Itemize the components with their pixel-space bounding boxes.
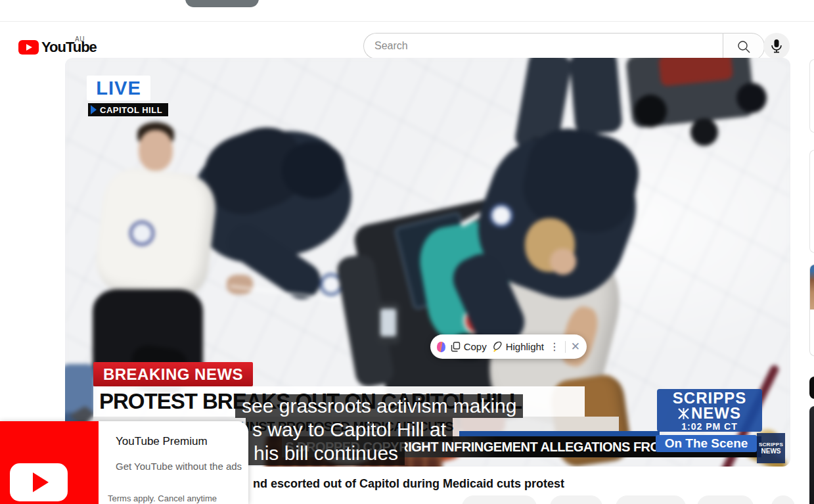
premium-popup-subtitle: Get YouTube without the ads bbox=[116, 461, 242, 472]
more-options-icon[interactable]: ⋮ bbox=[549, 344, 560, 350]
white-shirt-officer bbox=[92, 164, 219, 304]
selection-toolbar: Copy Highlight ⋮ ✕ bbox=[430, 334, 587, 359]
gurney-wheel bbox=[690, 118, 718, 146]
live-badge: LIVE bbox=[87, 76, 150, 101]
share-button[interactable] bbox=[550, 495, 602, 504]
browser-tab-pill[interactable] bbox=[185, 0, 259, 7]
caption-line[interactable]: s way to Capitol Hill at bbox=[246, 418, 453, 442]
premium-popup-body: YouTube Premium Get YouTube without the … bbox=[99, 421, 248, 504]
youtube-play-logo bbox=[10, 463, 68, 501]
youtube-logo-text: YouTube bbox=[41, 39, 97, 56]
assistant-brain-icon[interactable] bbox=[437, 342, 445, 352]
uscp-patch bbox=[129, 221, 154, 246]
sidebar-thumbnail-sliver[interactable] bbox=[809, 406, 814, 504]
highlight-button[interactable]: Highlight bbox=[492, 341, 544, 352]
copy-button[interactable]: Copy bbox=[451, 341, 487, 352]
download-button[interactable] bbox=[616, 495, 686, 504]
scripps-watermark: SCRIPPS NEWS bbox=[757, 433, 785, 463]
search-button[interactable] bbox=[723, 33, 765, 60]
clip-button[interactable] bbox=[697, 495, 754, 504]
caption-line[interactable]: his bill continues bbox=[247, 442, 405, 465]
microphone-icon bbox=[770, 39, 783, 53]
youtube-logo[interactable]: YouTube bbox=[18, 39, 97, 56]
play-triangle-icon bbox=[33, 472, 49, 492]
uscp-patch bbox=[489, 204, 513, 227]
premium-popup-art bbox=[0, 421, 99, 504]
sidebar-thumbnail-sliver[interactable] bbox=[809, 150, 814, 253]
search-input[interactable] bbox=[363, 33, 723, 59]
sidebar-thumbnail-sliver[interactable] bbox=[809, 264, 814, 356]
highlight-label: Highlight bbox=[506, 341, 544, 352]
search-icon bbox=[736, 39, 751, 54]
youtube-play-icon bbox=[18, 40, 39, 55]
location-badge-label: CAPITOL HILL bbox=[100, 105, 162, 115]
more-actions-button[interactable] bbox=[771, 495, 795, 504]
premium-popup-title: YouTube Premium bbox=[116, 435, 208, 448]
sidebar-dark-badge[interactable] bbox=[809, 377, 814, 399]
breaking-news-banner: BREAKING NEWS bbox=[93, 362, 253, 386]
close-icon[interactable]: ✕ bbox=[571, 340, 580, 354]
on-the-scene-badge: On The Scene bbox=[656, 435, 757, 452]
police-cap bbox=[282, 142, 345, 198]
voice-search-button[interactable] bbox=[763, 33, 790, 59]
officer-head bbox=[139, 130, 173, 171]
video-title[interactable]: nd escorted out of Capitol during Medica… bbox=[253, 477, 564, 491]
location-badge: CAPITOL HILL bbox=[88, 103, 168, 116]
thumbnail-image bbox=[810, 265, 814, 309]
phone-screen bbox=[380, 309, 396, 336]
gurney-wheel bbox=[736, 83, 767, 113]
video-player[interactable]: LIVE CAPITOL HILL BREAKING NEWS PROTEST … bbox=[65, 58, 790, 467]
search-bar bbox=[363, 33, 765, 59]
youtube-header: YouTube AU bbox=[0, 22, 814, 48]
officer-face bbox=[550, 248, 576, 275]
lower-third-blue-bar bbox=[459, 431, 660, 436]
location-arrow-icon bbox=[91, 105, 97, 114]
copy-label: Copy bbox=[464, 341, 487, 352]
gurney-wheel bbox=[634, 95, 667, 127]
premium-popup-terms: Terms apply. Cancel anytime bbox=[108, 493, 217, 503]
highlighter-icon bbox=[492, 341, 503, 352]
toolbar-divider bbox=[565, 341, 566, 353]
scripps-news-bug: SCRIPPS NEWS 1:02 PM CT bbox=[657, 389, 762, 432]
copy-icon bbox=[451, 342, 461, 352]
sidebar-thumbnail-sliver[interactable] bbox=[809, 59, 814, 133]
like-dislike-button[interactable] bbox=[462, 495, 537, 504]
officer-legs bbox=[569, 58, 623, 135]
broadcast-timestamp: 1:02 PM CT bbox=[657, 421, 762, 432]
caption-line[interactable]: see grassroots activism making bbox=[235, 394, 523, 418]
premium-popup: YouTube Premium Get YouTube without the … bbox=[0, 421, 248, 504]
scripps-star-icon bbox=[678, 408, 689, 419]
country-code-label: AU bbox=[75, 35, 85, 43]
network-name-bottom: NEWS bbox=[657, 406, 762, 421]
